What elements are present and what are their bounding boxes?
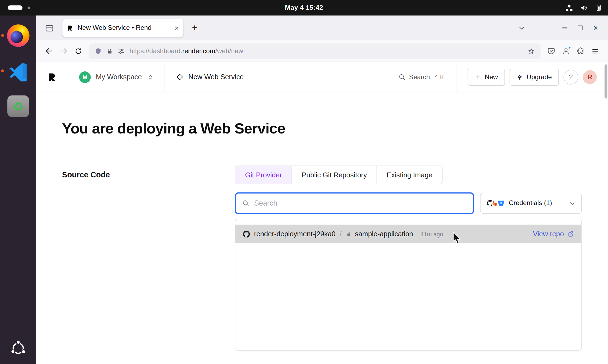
extensions-button[interactable] [573, 44, 588, 58]
new-button[interactable]: New [468, 68, 505, 85]
activities-pill-icon [8, 5, 23, 10]
url-text: https://dashboard.render.com/web/new [130, 47, 523, 55]
minimize-button[interactable] [557, 20, 572, 36]
app-menu-button[interactable] [588, 44, 603, 58]
list-all-tabs-button[interactable] [514, 21, 529, 35]
volume-icon [580, 4, 588, 12]
workspace-dot-icon [28, 7, 30, 9]
render-favicon [67, 25, 73, 31]
browser-window: New Web Service • Rend × + × [36, 15, 608, 364]
repo-name: sample-application [355, 230, 413, 238]
account-notification-dot [568, 46, 571, 49]
minimize-icon [562, 28, 567, 28]
search-icon [242, 199, 250, 207]
desktop: May 4 15:42 ♻ [0, 0, 608, 364]
back-icon [45, 47, 53, 55]
forward-button[interactable] [56, 44, 71, 58]
browser-tab-active[interactable]: New Web Service • Rend × [62, 19, 183, 37]
window-close-button[interactable]: × [588, 20, 603, 36]
view-repo-link[interactable]: View repo [533, 230, 574, 238]
firefox-icon [7, 24, 29, 47]
search-shortcut: ^ K [435, 74, 444, 80]
render-logo-icon [47, 72, 57, 82]
chevron-down-icon [569, 200, 575, 206]
network-icon [565, 4, 573, 12]
source-type-tabs: Git Provider Public Git Repository Exist… [235, 166, 443, 184]
hamburger-icon [591, 47, 599, 55]
url-bar[interactable]: https://dashboard.render.com/web/new [89, 43, 540, 59]
global-search[interactable]: Search ^ K [398, 73, 444, 81]
private-lock-icon [346, 231, 351, 237]
tab-public-git-repository[interactable]: Public Git Repository [292, 166, 377, 184]
reload-button[interactable] [71, 44, 86, 58]
workspace-avatar: M [79, 71, 91, 83]
tab-existing-image[interactable]: Existing Image [377, 166, 442, 184]
tab-close-icon[interactable]: × [174, 24, 179, 31]
maximize-button[interactable] [572, 20, 588, 36]
upgrade-button-label: Upgrade [527, 73, 552, 81]
dock-item-trash[interactable]: ♻ [6, 94, 31, 119]
bitbucket-icon [497, 199, 505, 207]
repo-search-input[interactable] [254, 199, 467, 207]
dock-item-vscode[interactable] [6, 59, 31, 84]
repo-list: render-deployment-j29ka0 / sample-applic… [235, 219, 582, 351]
permissions-icon[interactable] [117, 47, 125, 55]
battery-icon [595, 4, 603, 12]
new-tab-button[interactable]: + [187, 21, 202, 35]
forward-icon [60, 47, 68, 55]
chevron-down-icon [518, 24, 525, 31]
extensions-puzzle-icon [577, 47, 585, 55]
repo-search-field[interactable] [235, 192, 474, 214]
firefox-running-dot [1, 34, 4, 37]
ubuntu-logo-icon [9, 339, 27, 357]
app-header: M My Workspace New Web Service Search ^ … [36, 62, 608, 92]
show-apps-button[interactable] [0, 339, 36, 357]
pocket-icon [547, 47, 555, 55]
chevron-up-down-icon [147, 74, 154, 81]
reload-icon [75, 47, 82, 55]
breadcrumb: New Web Service [164, 73, 255, 81]
vscode-running-dot [1, 69, 4, 72]
page-title: New Web Service [188, 73, 244, 81]
main-content: You are deploying a Web Service Source C… [36, 120, 608, 350]
repo-org: render-deployment-j29ka0 [254, 230, 335, 238]
repo-row[interactable]: render-deployment-j29ka0 / sample-applic… [235, 225, 581, 243]
dock-item-firefox[interactable] [6, 23, 31, 48]
upgrade-button[interactable]: Upgrade [510, 68, 559, 85]
search-label: Search [409, 73, 430, 81]
help-button[interactable]: ? [564, 70, 578, 84]
user-avatar[interactable]: R [583, 70, 597, 84]
url-prefix: https://dashboard. [130, 47, 183, 55]
bookmark-star-icon[interactable] [527, 47, 535, 55]
system-tray[interactable] [565, 0, 603, 15]
workspace-name: My Workspace [96, 73, 142, 81]
view-repo-label: View repo [533, 230, 564, 238]
back-button[interactable] [41, 44, 56, 58]
vscode-icon [8, 60, 28, 81]
screenshot-root: May 4 15:42 ♻ [0, 0, 608, 364]
tab-git-provider[interactable]: Git Provider [235, 166, 292, 184]
workspace-indicator[interactable] [8, 5, 30, 10]
page-scrollbar-thumb[interactable] [604, 64, 607, 98]
github-icon [242, 230, 251, 238]
dock: ♻ [0, 15, 36, 364]
tab-strip: New Web Service • Rend × + × [36, 15, 608, 40]
diamond-icon [176, 73, 183, 81]
workspace-selector[interactable]: M My Workspace [69, 71, 164, 83]
header-actions: New Upgrade ? R [456, 68, 608, 85]
url-path: /web/new [215, 47, 243, 55]
account-button[interactable] [558, 44, 573, 58]
repo-path-separator: / [340, 230, 342, 238]
credential-provider-icons [486, 199, 505, 207]
tracking-shield-icon[interactable] [94, 47, 102, 55]
credentials-dropdown[interactable]: Credentials (1) [480, 193, 582, 214]
browser-toolbar: https://dashboard.render.com/web/new [36, 40, 608, 62]
firefox-view-button[interactable] [41, 20, 57, 36]
render-logo-link[interactable] [36, 62, 69, 92]
system-clock[interactable]: May 4 15:42 [285, 0, 323, 15]
pocket-button[interactable] [544, 44, 558, 58]
lock-icon[interactable] [106, 47, 113, 55]
source-code-label: Source Code [62, 170, 110, 179]
tab-title: New Web Service • Rend [78, 24, 171, 32]
window-close-icon: × [593, 24, 598, 32]
